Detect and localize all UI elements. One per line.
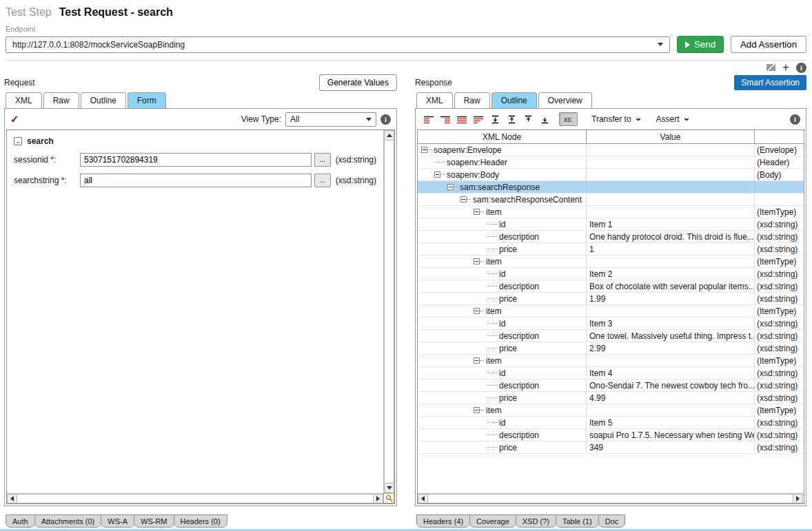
generate-values-button[interactable]: Generate Values [319, 74, 397, 91]
tree-row[interactable]: price349(xsd:string) [418, 441, 804, 454]
bottom-tab-table-1[interactable]: Table (1) [556, 514, 599, 528]
tab-xml[interactable]: XML [416, 92, 453, 108]
plus-icon[interactable]: + [782, 64, 789, 71]
tree-row[interactable]: soapenv:Body(Body) [418, 169, 804, 181]
column-header-type[interactable] [755, 130, 804, 143]
info-icon[interactable]: i [380, 114, 391, 125]
tree-row[interactable]: idItem 4(xsd:string) [418, 367, 804, 379]
expand-all-icon[interactable] [421, 112, 436, 126]
tree-connector [427, 149, 432, 150]
column-header-value[interactable]: Value [587, 130, 755, 143]
scroll-left-button[interactable] [418, 494, 428, 503]
endpoint-combobox[interactable]: http://127.0.0.1:8082/mockServiceSoapBin… [6, 37, 670, 53]
tree-row[interactable]: sam:searchResponseContent [418, 194, 804, 206]
collapse-section-icon[interactable]: ⌄ [14, 137, 22, 145]
collapse-toggle-icon[interactable] [474, 407, 480, 413]
collapse-toggle-icon[interactable] [421, 147, 427, 153]
field-browse-button[interactable]: ... [314, 153, 331, 167]
tree-row[interactable]: sam:searchResponse [418, 181, 804, 194]
info-icon[interactable]: i [796, 63, 806, 73]
collapse-children-icon[interactable] [471, 112, 486, 126]
collapse-toggle-icon[interactable] [474, 308, 480, 314]
bottom-tab-coverage[interactable]: Coverage [469, 514, 516, 528]
scroll-right-button[interactable] [793, 494, 803, 503]
tree-row[interactable]: descriptionsoapui Pro 1.7.5. Necessary w… [418, 429, 804, 441]
tab-outline[interactable]: Outline [81, 92, 126, 108]
add-assertion-button[interactable]: Add Assertion [731, 36, 806, 53]
collapse-toggle-icon[interactable] [434, 171, 440, 178]
assert-dropdown[interactable]: Assert ⌄ [656, 114, 690, 124]
horizontal-scroll-thumb[interactable] [428, 494, 793, 503]
collapse-toggle-icon[interactable] [474, 357, 480, 364]
bottom-tab-ws-rm[interactable]: WS-RM [134, 514, 174, 528]
horizontal-scroll-thumb[interactable] [17, 494, 373, 503]
tree-row[interactable]: soapenv:Envelope(Envelope) [418, 144, 804, 156]
tree-row[interactable]: descriptionOne handy protocol droid. Thi… [418, 231, 804, 243]
view-type-select[interactable]: All [285, 112, 376, 127]
tree-row[interactable]: descriptionBox of chocolate with several… [418, 280, 804, 293]
tree-row[interactable]: idItem 2(xsd:string) [418, 268, 804, 280]
scroll-down-button[interactable] [384, 483, 394, 493]
move-down-icon[interactable] [537, 112, 552, 126]
send-button[interactable]: Send [677, 36, 724, 53]
tab-raw[interactable]: Raw [43, 92, 79, 108]
column-header-xml-node[interactable]: XML Node [418, 130, 587, 143]
tree-row[interactable]: descriptionOno-Sendai 7. The newest cowb… [418, 379, 804, 392]
bottom-tab-ws-a[interactable]: WS-A [101, 514, 134, 528]
scroll-up-button[interactable] [384, 130, 394, 140]
bottom-tab-auth[interactable]: Auth [6, 514, 35, 528]
scroll-left-button[interactable] [7, 494, 17, 503]
tree-row[interactable]: idItem 3(xsd:string) [418, 317, 804, 330]
tab-raw[interactable]: Raw [454, 92, 490, 108]
tree-row[interactable]: item(ItemType) [418, 305, 804, 317]
tree-row[interactable]: price1(xsd:string) [418, 243, 804, 256]
collapse-toggle-icon[interactable] [474, 258, 480, 264]
response-panel: + i Response Smart Assertion XMLRawOutli… [415, 61, 806, 528]
bottom-tab-attachments-0[interactable]: Attachments (0) [34, 514, 102, 528]
smart-assertion-button[interactable]: Smart Assertion [734, 75, 806, 90]
scroll-bottom-icon[interactable] [487, 112, 503, 126]
tree-row[interactable]: idItem 1(xsd:string) [418, 218, 804, 231]
tab-overview[interactable]: Overview [538, 92, 592, 108]
tree-row[interactable]: soapenv:Header(Header) [418, 156, 804, 169]
tree-row[interactable]: item(ItemType) [418, 256, 804, 268]
collapse-toggle-icon[interactable] [474, 209, 480, 215]
tree-value-cell: One handy protocol droid. This droid is … [587, 231, 755, 242]
collapse-all-icon[interactable] [438, 112, 453, 126]
bottom-tab-doc[interactable]: Doc [598, 514, 626, 528]
collapse-toggle-icon[interactable] [447, 184, 454, 190]
tree-row[interactable]: descriptionOne towel. Massively useful t… [418, 330, 804, 342]
tree-row[interactable]: price4.99(xsd:string) [418, 392, 804, 404]
dock-icon[interactable] [767, 64, 775, 71]
tree-row[interactable]: price2.99(xsd:string) [418, 342, 804, 355]
move-up-icon[interactable] [520, 112, 536, 126]
info-icon[interactable]: i [790, 114, 800, 125]
tree-row[interactable]: price1.99(xsd:string) [418, 293, 804, 305]
bottom-tab-headers-0[interactable]: Headers (0) [174, 514, 227, 528]
vertical-scroll-thumb[interactable] [384, 140, 394, 483]
tree-row[interactable]: item(ItemType) [418, 355, 804, 367]
scroll-top-icon[interactable] [504, 112, 519, 126]
xs-toggle-button[interactable]: xs: [559, 112, 578, 126]
tab-form[interactable]: Form [128, 92, 166, 108]
bottom-tab-xsd[interactable]: XSD (?) [516, 514, 556, 528]
field-input[interactable] [80, 174, 312, 187]
tab-outline[interactable]: Outline [491, 92, 537, 108]
field-input[interactable] [80, 153, 312, 167]
field-browse-button[interactable]: ... [314, 174, 331, 187]
transfer-to-dropdown[interactable]: Transfer to ⌄ [591, 114, 642, 124]
tree-row[interactable]: item(ItemType) [418, 404, 804, 417]
horizontal-scrollbar[interactable] [7, 493, 383, 503]
collapse-toggle-icon[interactable] [460, 196, 467, 202]
vertical-scrollbar[interactable] [383, 130, 394, 493]
scroll-right-button[interactable] [373, 494, 383, 503]
tab-xml[interactable]: XML [6, 92, 42, 108]
expand-children-icon[interactable] [454, 112, 469, 126]
tree-row[interactable]: item(ItemType) [418, 206, 804, 218]
tree-node-label: price [499, 443, 517, 452]
chevron-down-icon[interactable] [658, 43, 663, 46]
zoom-icon[interactable] [383, 493, 394, 503]
horizontal-scrollbar[interactable] [418, 493, 803, 503]
tree-row[interactable]: idItem 5(xsd:string) [418, 417, 804, 429]
bottom-tab-headers-4[interactable]: Headers (4) [416, 514, 470, 528]
